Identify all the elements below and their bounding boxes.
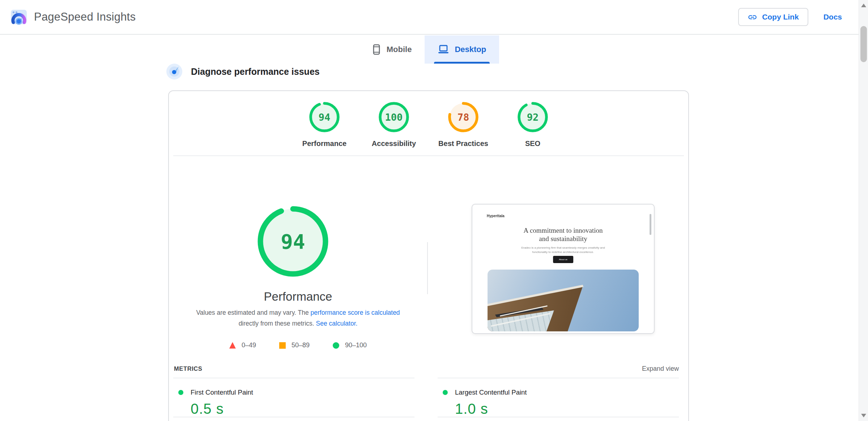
score-best-practices[interactable]: 78 Best Practices <box>429 101 498 148</box>
performance-gauge[interactable]: 94 <box>255 203 331 280</box>
red-triangle-icon <box>229 342 236 349</box>
see-calculator-link[interactable]: See calculator. <box>316 320 358 327</box>
legend-range: 90–100 <box>345 341 367 349</box>
tab-desktop[interactable]: Desktop <box>425 35 499 64</box>
score-value: 94 <box>309 101 340 133</box>
score-value: 100 <box>378 101 410 133</box>
score-label: Performance <box>302 139 346 148</box>
metrics-grid: First Contentful Paint 0.5 s Largest Con… <box>173 378 679 417</box>
thumbnail-body-text: Eradeo is a pioneering firm that seamles… <box>472 246 654 254</box>
desktop-laptop-icon <box>438 44 449 55</box>
score-ring: 78 <box>447 101 479 133</box>
expand-view-button[interactable]: Expand view <box>642 365 679 373</box>
legend-range: 50–89 <box>292 341 310 349</box>
score-accessibility[interactable]: 100 Accessibility <box>359 101 429 148</box>
copy-link-button[interactable]: Copy Link <box>738 8 808 26</box>
score-value: 92 <box>517 101 549 133</box>
scrollbar-thumb[interactable] <box>860 26 867 62</box>
device-tabs: Mobile Desktop <box>0 35 858 64</box>
legend-item-average: 50–89 <box>279 341 310 349</box>
metric-name: Largest Contentful Paint <box>455 388 527 396</box>
metric-value: 0.5 s <box>191 401 414 417</box>
gauge-score-value: 94 <box>255 203 331 280</box>
score-ring: 94 <box>309 101 340 133</box>
page-screenshot-thumbnail: Hyperttala A commitment to innovation an… <box>472 204 655 334</box>
tab-desktop-label: Desktop <box>455 45 486 54</box>
page-title: PageSpeed Insights <box>34 10 136 23</box>
gauge-title: Performance <box>169 290 427 304</box>
diagnose-section-header: Diagnose performance issues <box>166 64 320 80</box>
metric-first-contentful-paint: First Contentful Paint 0.5 s <box>173 378 414 417</box>
report-card: 94 Performance 100 Accessibility <box>168 90 689 421</box>
header-actions: Copy Link Docs <box>738 8 842 26</box>
pagespeed-insights-page: PageSpeed Insights Copy Link Docs Mobile <box>0 0 868 421</box>
score-label: Best Practices <box>438 139 488 148</box>
thumbnail-hero-photo <box>488 270 639 331</box>
score-seo[interactable]: 92 SEO <box>498 101 567 148</box>
copy-link-label: Copy Link <box>762 13 799 21</box>
gauge-disclaimer: Values are estimated and may vary. The p… <box>190 307 407 329</box>
scrollbar-up-arrow[interactable] <box>861 4 866 7</box>
metrics-heading: METRICS <box>174 365 202 372</box>
metric-name: First Contentful Paint <box>191 388 253 396</box>
green-metric-dot-icon <box>443 390 448 395</box>
scores-divider <box>173 155 684 156</box>
metrics-header: METRICS Expand view <box>174 365 679 373</box>
score-ring: 100 <box>378 101 410 133</box>
thumbnail-scrollbar <box>650 214 651 235</box>
metric-value: 1.0 s <box>455 401 679 417</box>
scrollbar-down-arrow[interactable] <box>861 414 866 417</box>
app-header: PageSpeed Insights Copy Link Docs <box>0 0 868 35</box>
score-value: 78 <box>447 101 479 133</box>
score-label: Accessibility <box>372 139 416 148</box>
score-performance[interactable]: 94 Performance <box>290 101 359 148</box>
orange-square-icon <box>279 342 286 349</box>
thumbnail-site-logo: Hyperttala <box>487 214 505 218</box>
metric-largest-contentful-paint: Largest Contentful Paint 1.0 s <box>438 378 679 417</box>
page-scrollbar[interactable] <box>859 0 868 421</box>
mobile-phone-icon <box>372 44 381 55</box>
disclaimer-text: Values are estimated and may vary. The <box>196 309 310 316</box>
disclaimer-text: directly from these metrics. <box>239 320 316 327</box>
legend-item-fail: 0–49 <box>229 341 256 349</box>
score-label: SEO <box>525 139 540 148</box>
green-metric-dot-icon <box>178 390 183 395</box>
category-scores-row: 94 Performance 100 Accessibility <box>169 101 688 148</box>
diagnose-title: Diagnose performance issues <box>191 66 320 77</box>
tab-mobile[interactable]: Mobile <box>359 35 425 64</box>
thumbnail-headline: A commitment to innovation and sustainab… <box>472 226 654 243</box>
legend-range: 0–49 <box>242 341 256 349</box>
thumbnail-cta-button: About us <box>553 256 573 263</box>
active-tab-indicator <box>434 62 490 64</box>
docs-link[interactable]: Docs <box>824 13 842 21</box>
score-calculation-link[interactable]: performance score is calculated <box>311 309 400 316</box>
green-circle-icon <box>333 342 339 349</box>
pagespeed-logo-icon <box>10 8 27 26</box>
score-ring: 92 <box>517 101 549 133</box>
column-divider <box>427 242 428 294</box>
tab-mobile-label: Mobile <box>387 45 412 54</box>
diagnose-gauge-icon <box>166 64 182 80</box>
legend-item-good: 90–100 <box>333 341 367 349</box>
score-legend: 0–49 50–89 90–100 <box>169 341 427 349</box>
link-icon <box>748 12 757 22</box>
